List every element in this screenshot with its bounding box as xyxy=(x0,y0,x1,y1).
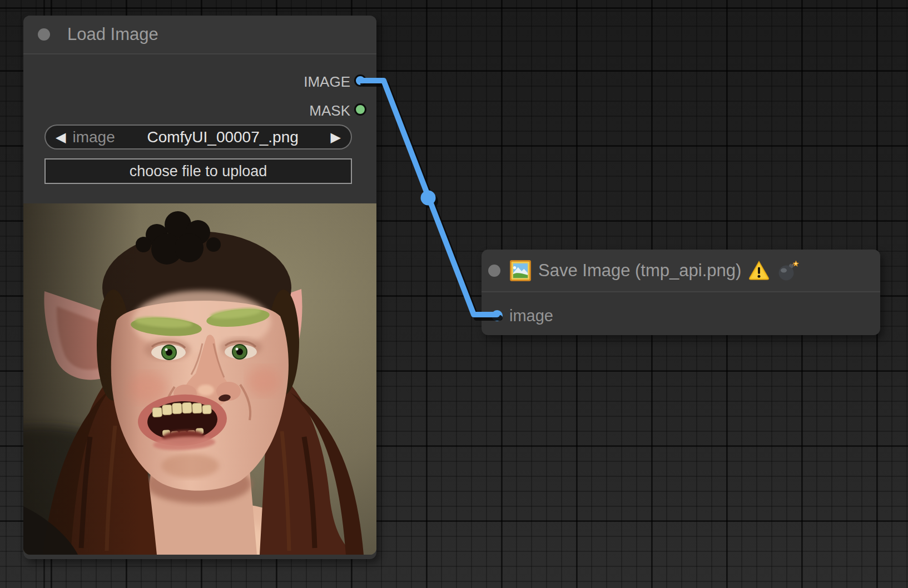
choose-file-button-label: choose file to upload xyxy=(130,163,267,180)
collapse-dot-icon[interactable] xyxy=(38,28,50,41)
input-label-image: image xyxy=(509,307,553,325)
output-label-image: IMAGE xyxy=(304,73,350,91)
preview-image xyxy=(23,203,376,555)
combo-value[interactable]: ComfyUI_00007_.png xyxy=(115,128,331,146)
collapse-dot-icon[interactable] xyxy=(488,265,500,277)
load-image-node-titlebar[interactable]: Load Image xyxy=(23,16,376,54)
save-image-node[interactable]: Save Image (tmp_api.png) image xyxy=(482,250,880,335)
output-port-image[interactable] xyxy=(354,74,366,87)
warning-icon xyxy=(748,260,770,282)
combo-label: image xyxy=(72,128,115,146)
image-combo-widget[interactable]: ◀ image ComfyUI_00007_.png ▶ xyxy=(44,124,352,150)
troll-portrait-illustration xyxy=(23,203,376,555)
framed-picture-icon xyxy=(509,260,532,282)
combo-next-arrow-icon[interactable]: ▶ xyxy=(331,131,341,144)
load-image-node[interactable]: Load Image IMAGE MASK ◀ image ComfyUI_00… xyxy=(23,16,376,559)
node-graph-canvas[interactable]: Load Image IMAGE MASK ◀ image ComfyUI_00… xyxy=(0,0,908,588)
node-title: Load Image xyxy=(67,24,158,44)
choose-file-button[interactable]: choose file to upload xyxy=(44,158,352,184)
output-port-mask[interactable] xyxy=(354,103,366,116)
link-midpoint-dot xyxy=(421,191,436,206)
combo-prev-arrow-icon[interactable]: ◀ xyxy=(56,131,66,144)
output-label-mask: MASK xyxy=(309,102,350,119)
node-title: Save Image (tmp_api.png) xyxy=(538,261,741,281)
save-image-node-titlebar[interactable]: Save Image (tmp_api.png) xyxy=(482,250,880,292)
input-port-image[interactable] xyxy=(492,310,503,321)
link-wire xyxy=(360,81,497,315)
bomb-icon xyxy=(777,260,799,282)
